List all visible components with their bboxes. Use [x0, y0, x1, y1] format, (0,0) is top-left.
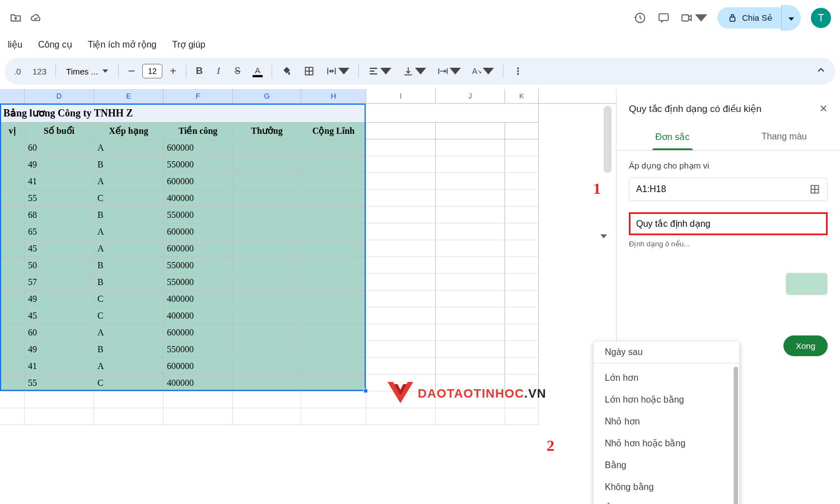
- cell[interactable]: [505, 341, 539, 358]
- cell[interactable]: [233, 408, 301, 425]
- font-size-increase[interactable]: +: [165, 62, 181, 80]
- cell[interactable]: Xếp hạng: [94, 123, 164, 139]
- dropdown-caret-icon[interactable]: [600, 231, 607, 241]
- cell[interactable]: [233, 307, 301, 324]
- cell[interactable]: [0, 139, 25, 156]
- cell[interactable]: [505, 104, 539, 123]
- cell[interactable]: [436, 240, 505, 257]
- cell[interactable]: 60: [25, 324, 94, 341]
- cell[interactable]: [94, 408, 164, 425]
- cell[interactable]: Thưởng: [233, 123, 301, 139]
- cell[interactable]: [301, 173, 366, 190]
- menu-tools[interactable]: Công cụ: [36, 37, 74, 52]
- merge-button[interactable]: [321, 62, 354, 80]
- cell[interactable]: 600000: [164, 223, 233, 240]
- cell[interactable]: 600000: [164, 173, 233, 190]
- font-size-input[interactable]: [142, 64, 162, 78]
- cell[interactable]: [366, 123, 436, 139]
- cell[interactable]: [436, 207, 505, 223]
- cell[interactable]: 550000: [164, 207, 233, 223]
- cell[interactable]: [301, 358, 366, 375]
- cell[interactable]: A: [94, 223, 164, 240]
- cell[interactable]: A: [94, 324, 164, 341]
- cell[interactable]: [0, 375, 25, 391]
- cell[interactable]: [436, 123, 505, 139]
- cell[interactable]: [436, 307, 505, 324]
- cell[interactable]: [233, 375, 301, 391]
- cell[interactable]: [233, 274, 301, 291]
- tab-single-color[interactable]: Đơn sắc: [617, 125, 729, 150]
- cell[interactable]: [301, 139, 366, 156]
- cell[interactable]: 400000: [164, 307, 233, 324]
- cell[interactable]: [505, 139, 539, 156]
- cell[interactable]: [233, 139, 301, 156]
- cell[interactable]: [505, 408, 539, 425]
- bold-button[interactable]: B: [191, 62, 208, 80]
- decimal-icon[interactable]: .0: [9, 62, 26, 80]
- cell[interactable]: B: [94, 156, 164, 173]
- cell[interactable]: 60: [25, 139, 94, 156]
- cell[interactable]: [233, 240, 301, 257]
- cell[interactable]: A: [94, 358, 164, 375]
- done-button[interactable]: Xong: [783, 335, 828, 356]
- cell[interactable]: [301, 207, 366, 223]
- cell[interactable]: [25, 391, 94, 408]
- font-size-decrease[interactable]: −: [123, 62, 140, 80]
- title-cell[interactable]: Bảng lương Công ty TNHH Z: [0, 104, 366, 123]
- cell[interactable]: [0, 341, 25, 358]
- cell[interactable]: [366, 223, 436, 240]
- cell[interactable]: [505, 240, 539, 257]
- cell[interactable]: [233, 324, 301, 341]
- cell[interactable]: [436, 358, 505, 375]
- cell[interactable]: C: [94, 375, 164, 391]
- cell[interactable]: Cộng Lĩnh: [301, 123, 366, 139]
- cell[interactable]: B: [94, 207, 164, 223]
- cell[interactable]: [436, 291, 505, 307]
- cell[interactable]: [301, 156, 366, 173]
- cell[interactable]: [0, 274, 25, 291]
- cell[interactable]: [436, 104, 505, 123]
- cell[interactable]: [0, 207, 25, 223]
- dropdown-item[interactable]: Không bằng: [594, 476, 739, 498]
- cell[interactable]: A: [94, 139, 164, 156]
- cell[interactable]: A: [94, 240, 164, 257]
- cell[interactable]: [436, 190, 505, 207]
- font-select[interactable]: Times ...: [60, 64, 114, 78]
- cell[interactable]: [366, 240, 436, 257]
- cell[interactable]: [233, 156, 301, 173]
- number-format[interactable]: 123: [28, 62, 51, 80]
- cell[interactable]: [505, 324, 539, 341]
- cell[interactable]: [0, 257, 25, 274]
- column-header[interactable]: G: [233, 89, 301, 103]
- cell[interactable]: [301, 391, 366, 408]
- cell[interactable]: 55: [25, 375, 94, 391]
- more-button[interactable]: [508, 62, 528, 80]
- dropdown-item[interactable]: Ở giữa: [594, 498, 739, 504]
- cell[interactable]: [436, 223, 505, 240]
- cell[interactable]: B: [94, 341, 164, 358]
- column-header[interactable]: [0, 89, 25, 103]
- cell[interactable]: 550000: [164, 156, 233, 173]
- cell[interactable]: [505, 257, 539, 274]
- cell[interactable]: [0, 240, 25, 257]
- dropdown-item[interactable]: Nhỏ hơn: [594, 410, 739, 432]
- share-dropdown[interactable]: [781, 5, 801, 31]
- cell[interactable]: [436, 324, 505, 341]
- cell[interactable]: 41: [25, 173, 94, 190]
- cell[interactable]: [436, 274, 505, 291]
- cell[interactable]: 600000: [164, 324, 233, 341]
- range-input[interactable]: A1:H18: [629, 178, 828, 201]
- comments-icon[interactable]: [657, 11, 670, 25]
- cell[interactable]: [0, 408, 25, 425]
- cell[interactable]: [301, 341, 366, 358]
- dropdown-item-cut[interactable]: Ngày sau: [594, 345, 739, 363]
- cell[interactable]: 600000: [164, 240, 233, 257]
- cell[interactable]: [164, 391, 233, 408]
- cell[interactable]: [366, 324, 436, 341]
- cell[interactable]: [233, 291, 301, 307]
- cell[interactable]: [366, 408, 436, 425]
- cell[interactable]: [366, 257, 436, 274]
- tab-color-scale[interactable]: Thang màu: [729, 125, 841, 150]
- text-color-button[interactable]: A: [248, 62, 267, 80]
- cell[interactable]: [366, 139, 436, 156]
